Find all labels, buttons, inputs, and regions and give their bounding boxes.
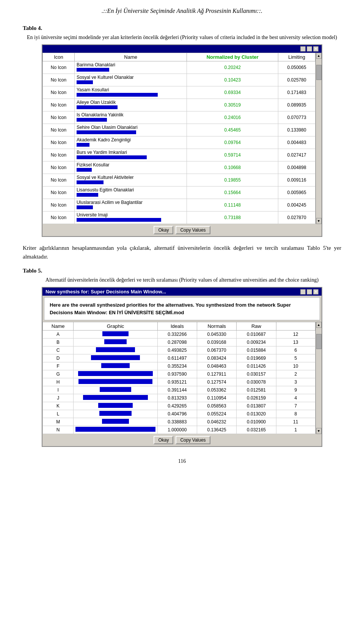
tablo4-title-buttons: _ □ ✕ — [300, 46, 318, 52]
tablo5-caption: Alternatif üniversitelerin öncelik değer… — [23, 277, 341, 283]
t5-normals-cell: 0.058563 — [197, 402, 237, 410]
name-cell: Aileye Olan Uzaklik — [74, 99, 187, 111]
table-row: No IconUniversite Imaji0.731880.027870 — [43, 212, 315, 224]
t5-ideals-cell: 0.338883 — [157, 418, 197, 426]
t5-ideals-cell: 0.404796 — [157, 410, 197, 418]
t5-ranking-cell: 9 — [276, 386, 315, 394]
bar-graphic — [91, 355, 140, 360]
t5-scroll-up-arrow[interactable]: ▲ — [316, 322, 322, 328]
tablo4-footer: Okay Copy Values — [42, 224, 322, 236]
table-row: No IconAileye Olan Uzaklik0.305190.08993… — [43, 99, 315, 111]
t5-raw-cell: 0.019669 — [237, 354, 276, 362]
bar-graphic — [83, 395, 148, 400]
table-row: L0.4047960.0552240.0130208 — [43, 410, 315, 418]
t5-graphic-cell — [74, 331, 158, 338]
t5-ideals-cell: 0.391144 — [157, 386, 197, 394]
table-row: No IconSehire Olan Ulasim Olanaklari0.45… — [43, 124, 315, 136]
t5-graphic-cell — [74, 410, 158, 418]
tablo4-caption: En iyi üniversite seçimi modelinde yer a… — [23, 34, 341, 41]
t5-normals-cell: 0.067370 — [197, 346, 237, 354]
tablo5-titlebar: New synthesis for: Super Decisions Main … — [42, 288, 322, 296]
t5-graphic-cell — [74, 402, 158, 410]
bar-graphic — [77, 68, 109, 72]
close-button[interactable]: ✕ — [313, 46, 318, 52]
tablo5-copy-button[interactable]: Copy Values — [176, 436, 210, 444]
t5-raw-cell: 0.009234 — [237, 338, 276, 346]
limiting-value: 0.025780 — [278, 74, 315, 86]
icon-cell: No Icon — [43, 199, 75, 212]
limiting-value: 0.004483 — [278, 136, 315, 149]
tablo5-title-text: New synthesis for: Super Decisions Main … — [46, 289, 166, 295]
t5-ranking-cell: 13 — [276, 338, 315, 346]
t5-ranking-cell: 2 — [276, 370, 315, 378]
t5-graphic-cell — [74, 354, 158, 362]
col-limiting: Limiting — [278, 53, 315, 61]
tablo4-table-container: Icon Name Normalized by Cluster Limiting… — [42, 53, 315, 224]
scroll-up-arrow[interactable]: ▲ — [316, 53, 322, 59]
t5-scroll-down-arrow[interactable]: ▼ — [316, 428, 322, 434]
t5-ranking-cell: 3 — [276, 378, 315, 386]
t5-close-button[interactable]: ✕ — [313, 289, 318, 295]
page-title: .::En İyi Üniversite Seçiminde Analitik … — [23, 8, 341, 14]
tablo4-okay-button[interactable]: Okay — [154, 226, 173, 234]
limiting-value: 0.171483 — [278, 86, 315, 99]
normalized-value: 0.10423 — [187, 74, 278, 86]
table-row: B0.2870980.0391680.00923413 — [43, 338, 315, 346]
t5-raw-cell: 0.030157 — [237, 370, 276, 378]
t5-ideals-cell: 0.493825 — [157, 346, 197, 354]
table-row: G0.9375900.1279110.0301572 — [43, 370, 315, 378]
minimize-button[interactable]: _ — [300, 46, 306, 52]
bar-graphic — [77, 168, 92, 172]
tablo5-okay-button[interactable]: Okay — [154, 436, 173, 444]
tablo5-section-label: Tablo 5. — [23, 268, 341, 274]
normalized-value: 0.10668 — [187, 161, 278, 174]
t5-ranking-cell: 5 — [276, 354, 315, 362]
icon-cell: No Icon — [43, 111, 75, 124]
t5-graphic-cell — [74, 346, 158, 354]
bar-graphic — [77, 205, 93, 209]
limiting-value: 0.133980 — [278, 124, 315, 136]
table-row: No IconBarinma Olanaklari0.202420.050065 — [43, 61, 315, 74]
t5-graphic-cell — [74, 338, 158, 346]
tablo5-scrollbar[interactable]: ▲ ▼ — [315, 322, 322, 434]
tablo5-synthesis-text: Here are the overall synthesized priorit… — [44, 297, 320, 320]
scroll-thumb[interactable] — [316, 65, 322, 80]
t5-scroll-thumb[interactable] — [316, 334, 322, 349]
bar-graphic — [99, 411, 131, 416]
table-row: No IconYasam Kosullari0.693340.171483 — [43, 86, 315, 99]
name-cell: Is Olanaklarina Yakinlik — [74, 111, 187, 124]
t5-ranking-cell: 11 — [276, 418, 315, 426]
tablo5-title-buttons: _ □ ✕ — [300, 289, 318, 295]
t5-name-cell: J — [43, 394, 74, 402]
scroll-down-arrow[interactable]: ▼ — [316, 218, 322, 224]
name-cell: Fiziksel Kosullar — [74, 161, 187, 174]
t5-name-cell: H — [43, 378, 74, 386]
t5-name-cell: B — [43, 338, 74, 346]
t5-normals-cell: 0.048463 — [197, 362, 237, 370]
t5-col-name: Name — [43, 322, 74, 331]
t5-col-ideals: Ideals — [157, 322, 197, 331]
bar-graphic — [77, 118, 107, 122]
table-row: K0.4292650.0585630.0138077 — [43, 402, 315, 410]
table-row: No IconAkademik Kadro Zenginligi0.097640… — [43, 136, 315, 149]
icon-cell: No Icon — [43, 186, 75, 199]
bar-graphic — [77, 155, 147, 159]
limiting-value: 0.070773 — [278, 111, 315, 124]
name-cell: Yasam Kosullari — [74, 86, 187, 99]
t5-minimize-button[interactable]: _ — [300, 289, 306, 295]
limiting-value: 0.004245 — [278, 199, 315, 212]
t5-maximize-button[interactable]: □ — [307, 289, 312, 295]
tablo5-table: Name Graphic Ideals Normals Raw Ranking … — [42, 322, 315, 434]
tablo4-copy-button[interactable]: Copy Values — [176, 226, 210, 234]
t5-raw-cell: 0.013807 — [237, 402, 276, 410]
bar-graphic — [104, 339, 127, 344]
tablo4-table: Icon Name Normalized by Cluster Limiting… — [42, 53, 315, 224]
bar-graphic — [77, 218, 161, 222]
bar-graphic — [78, 379, 153, 384]
maximize-button[interactable]: □ — [307, 46, 312, 52]
tablo4-scrollbar[interactable]: ▲ ▼ — [315, 53, 322, 224]
t5-normals-cell: 0.110954 — [197, 394, 237, 402]
t5-name-cell: C — [43, 346, 74, 354]
table-row: No IconLisansustu Egitim Olanaklari0.156… — [43, 186, 315, 199]
tablo5-window: New synthesis for: Super Decisions Main … — [42, 287, 322, 447]
